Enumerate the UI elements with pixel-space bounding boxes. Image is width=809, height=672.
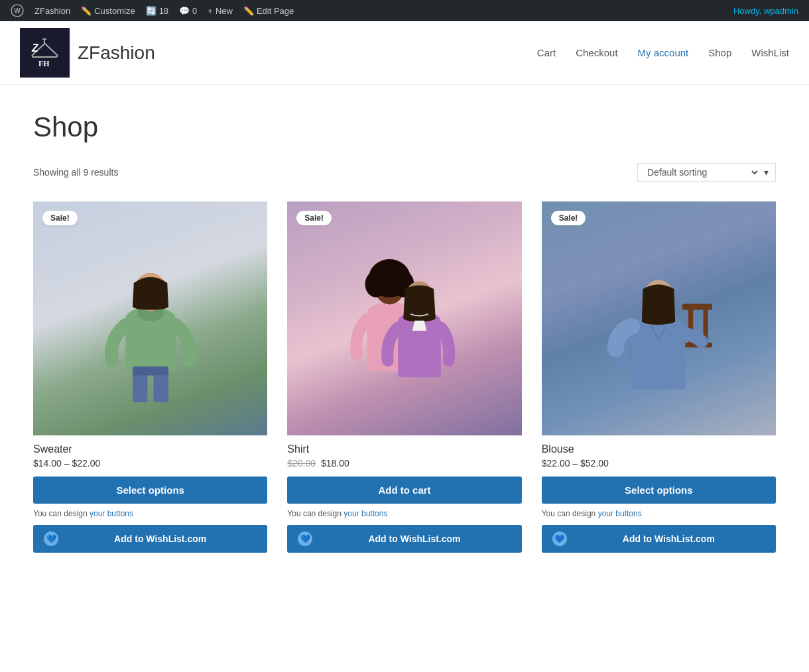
nav-cart[interactable]: Cart [537,47,556,58]
wishlist-button-sweater[interactable]: 💙 Add to WishList.com [33,525,267,553]
sale-badge-shirt: Sale! [296,211,332,225]
wishlist-label-shirt: Add to WishList.com [318,533,511,544]
product-name-blouse: Blouse [542,443,776,455]
design-note-shirt: You can design your buttons [287,509,521,518]
product-grid: Sale! [33,201,776,553]
product-card-sweater: Sale! [33,201,267,553]
chevron-down-icon: ▾ [764,167,769,178]
svg-point-19 [365,271,387,298]
wishlist-button-shirt[interactable]: 💙 Add to WishList.com [287,525,521,553]
wishlist-icon-sweater: 💙 [44,532,58,546]
product-image-sweater[interactable]: Sale! [33,201,267,435]
price-sale-shirt: $18.00 [321,458,349,469]
site-title: ZFashion [78,42,155,64]
site-logo[interactable]: FH Z [20,28,70,78]
wishlist-button-blouse[interactable]: 💙 Add to WishList.com [542,525,776,553]
design-link-shirt[interactable]: your buttons [343,509,387,518]
updates-icon: 🔄 [146,6,156,16]
design-link-blouse[interactable]: your buttons [598,509,642,518]
comments-button[interactable]: 💬 0 [174,0,202,21]
product-image-blouse[interactable]: Sale! [542,201,776,435]
howdy-text[interactable]: Howdy, wpadmin [728,6,804,16]
svg-text:Z: Z [31,42,39,54]
customize-button[interactable]: ✏️ Customize [76,0,140,21]
nav-my-account[interactable]: My account [638,47,689,58]
customize-icon: ✏️ [81,6,92,16]
product-price-shirt: $20.00 $18.00 [287,458,521,469]
wishlist-icon-blouse: 💙 [552,532,567,546]
sort-dropdown[interactable]: Default sorting Sort by popularity Sort … [637,163,776,182]
product-price-sweater: $14.00 – $22.00 [33,458,267,469]
updates-button[interactable]: 🔄 18 [141,0,174,21]
results-count: Showing all 9 results [33,167,118,178]
plus-icon: + [208,6,213,16]
sort-select-input[interactable]: Default sorting Sort by popularity Sort … [645,166,760,178]
nav-checkout[interactable]: Checkout [576,47,617,58]
site-name-admin[interactable]: ZFashion [29,0,76,21]
svg-rect-8 [125,317,176,371]
wishlist-icon-shirt: 💙 [298,532,312,546]
wishlist-label-blouse: Add to WishList.com [572,533,765,544]
product-price-blouse: $22.00 – $52.00 [542,458,776,469]
sweater-image [33,201,267,435]
sale-badge-blouse: Sale! [551,211,586,225]
main-content: Shop Showing all 9 results Default sorti… [13,85,796,579]
svg-text:W: W [14,7,21,15]
add-to-cart-button-shirt[interactable]: Add to cart [287,476,521,504]
design-note-sweater: You can design your buttons [33,509,267,518]
product-card-blouse: Sale! [542,201,776,553]
nav-wishlist[interactable]: WishList [751,47,789,58]
design-link-sweater[interactable]: your buttons [90,509,133,518]
shirt-image [287,201,521,435]
svg-rect-13 [133,366,168,376]
edit-page-button[interactable]: ✏️ Edit Page [238,0,299,21]
product-name-sweater: Sweater [33,443,267,455]
page-title: Shop [33,111,776,143]
sale-badge-sweater: Sale! [42,211,78,225]
product-image-shirt[interactable]: Sale! [287,201,521,435]
new-content-button[interactable]: + New [202,0,238,21]
admin-bar: W ZFashion ✏️ Customize 🔄 18 💬 0 + New ✏… [0,0,809,21]
select-options-button-blouse[interactable]: Select options [542,476,776,504]
nav-shop[interactable]: Shop [708,47,731,58]
site-header: FH Z ZFashion Cart Checkout My account S… [0,21,809,85]
wishlist-label-sweater: Add to WishList.com [64,533,257,544]
edit-icon: ✏️ [243,6,254,16]
svg-text:FH: FH [38,59,50,68]
wp-logo-button[interactable]: W [5,0,29,21]
shop-toolbar: Showing all 9 results Default sorting So… [33,163,776,182]
svg-rect-31 [632,326,686,389]
main-nav: Cart Checkout My account Shop WishList [537,47,789,58]
select-options-button-sweater[interactable]: Select options [33,476,267,504]
svg-rect-29 [682,304,712,309]
logo-area: FH Z ZFashion [20,28,155,78]
site-name-label: ZFashion [34,6,70,16]
price-original-shirt: $20.00 [287,458,316,469]
svg-marker-24 [412,320,427,330]
blouse-image [542,201,776,435]
design-note-blouse: You can design your buttons [542,509,776,518]
product-name-shirt: Shirt [287,443,521,455]
comments-icon: 💬 [179,6,190,16]
product-card-shirt: Sale! [287,201,521,553]
